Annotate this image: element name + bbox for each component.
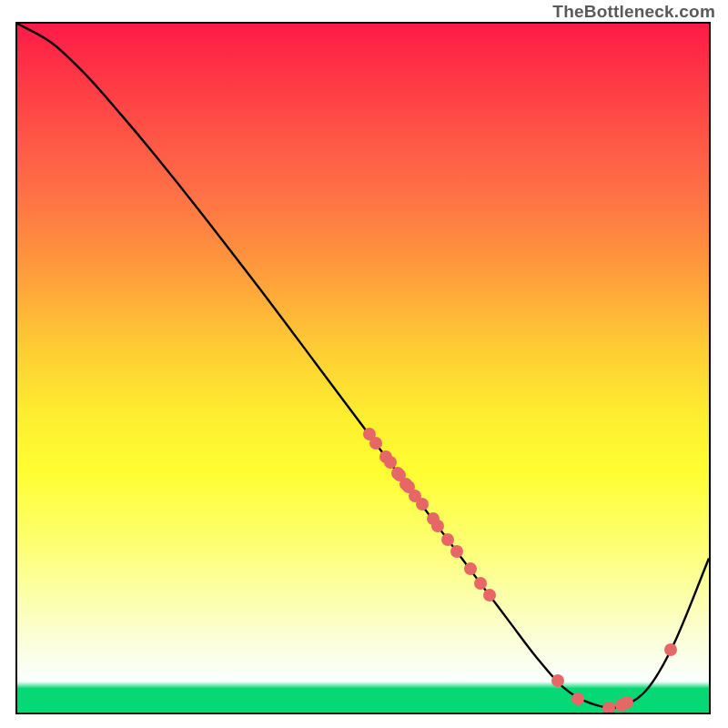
bottleneck-curve <box>17 24 709 708</box>
data-point <box>431 520 444 532</box>
curve-svg <box>17 24 709 713</box>
data-point <box>551 674 564 687</box>
data-point <box>474 577 487 590</box>
data-point <box>571 693 584 705</box>
data-point <box>621 696 633 709</box>
attribution-text: TheBottleneck.com <box>552 2 715 22</box>
plot-frame <box>15 22 711 714</box>
data-point <box>416 498 429 511</box>
data-point <box>602 702 615 714</box>
data-point <box>369 437 382 450</box>
data-point <box>483 589 496 602</box>
data-point <box>464 562 477 575</box>
chart-canvas: TheBottleneck.com <box>0 0 728 728</box>
